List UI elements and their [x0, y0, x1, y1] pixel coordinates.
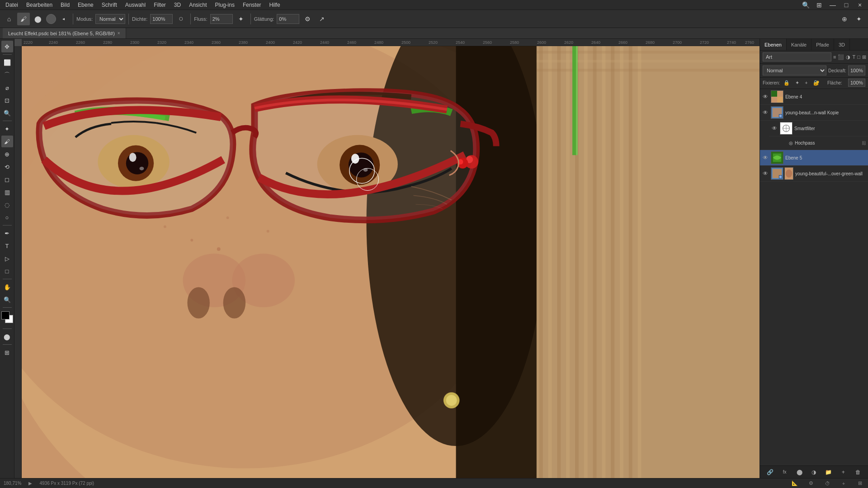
- lock-all-btn[interactable]: 🔐: [811, 79, 821, 87]
- brush-option1[interactable]: ⬤: [32, 13, 44, 25]
- menu-hilfe[interactable]: Hilfe: [266, 1, 284, 9]
- layer-young-beaut-kopie[interactable]: 👁 young-beaut...n-wall Kopie: [760, 105, 868, 121]
- path-select-tool[interactable]: ▷: [1, 253, 13, 264]
- canvas-area[interactable]: /* inline ruler ticks generated below vi…: [14, 39, 760, 478]
- move-tool[interactable]: ✥: [1, 41, 13, 52]
- menu-auswahl[interactable]: Auswahl: [122, 1, 149, 9]
- lock-pos-btn[interactable]: ✦: [793, 79, 801, 87]
- brush-tool-left[interactable]: 🖌: [1, 136, 13, 147]
- quick-mask-tool[interactable]: ⬤: [1, 331, 13, 343]
- menu-bild[interactable]: Bild: [57, 1, 73, 9]
- angle-btn[interactable]: ↗: [316, 13, 328, 25]
- lock-art-btn[interactable]: +: [803, 79, 809, 86]
- blend-mode-select[interactable]: Normal: [763, 66, 826, 75]
- tab-ebenen[interactable]: Ebenen: [760, 39, 787, 50]
- menu-datei[interactable]: Datei: [2, 1, 22, 9]
- marquee-tool[interactable]: ⬜: [1, 56, 13, 68]
- fx-btn[interactable]: fx: [780, 468, 789, 477]
- layer-ebene4-visibility[interactable]: 👁: [762, 93, 769, 100]
- layer-pixel-filter[interactable]: ⬛: [838, 52, 844, 61]
- tab-close-btn[interactable]: ×: [118, 31, 120, 36]
- search-button[interactable]: 🔍: [799, 0, 812, 11]
- delete-layer-btn[interactable]: 🗑: [854, 468, 863, 477]
- status-new-layer2[interactable]: +: [839, 479, 848, 488]
- dodge-tool[interactable]: ○: [1, 211, 13, 223]
- layer-ebene5-visibility[interactable]: 👁: [762, 154, 769, 161]
- tab-kanaele[interactable]: Kanäle: [787, 39, 811, 50]
- add-mask-btn[interactable]: ⬤: [795, 468, 804, 477]
- link-layers-btn[interactable]: 🔗: [765, 468, 774, 477]
- group-btn[interactable]: 📁: [824, 468, 833, 477]
- gradient-tool[interactable]: ▥: [1, 186, 13, 198]
- layers-search-input[interactable]: [763, 52, 831, 61]
- layer-shape-filter[interactable]: □: [857, 52, 860, 61]
- quickselect-tool[interactable]: ⌀: [1, 82, 13, 94]
- clone-tool[interactable]: ⊕: [1, 148, 13, 160]
- layer-young-beaut-visibility[interactable]: 👁: [762, 109, 769, 116]
- blur-tool[interactable]: ◌: [1, 199, 13, 211]
- minimize-button[interactable]: —: [826, 0, 839, 11]
- menu-plugins[interactable]: Plug-ins: [212, 1, 238, 9]
- smooth-settings[interactable]: ⚙: [301, 13, 314, 25]
- layer-smartobj-filter[interactable]: ⊞: [862, 52, 866, 61]
- density-input[interactable]: [150, 14, 173, 24]
- layer-young-beautiful[interactable]: 👁: [760, 166, 868, 182]
- menu-ebene[interactable]: Ebene: [74, 1, 97, 9]
- pressure-btn[interactable]: ✦: [853, 13, 865, 25]
- status-timeline[interactable]: ⏱: [823, 479, 832, 488]
- layer-ebene5[interactable]: 👁 Ebene 5: [760, 150, 868, 166]
- status-preferences[interactable]: ⚙: [807, 479, 816, 488]
- opacity-input[interactable]: [848, 66, 865, 75]
- airbrush-btn[interactable]: ✦: [235, 13, 247, 25]
- canvas-content[interactable]: [22, 46, 760, 478]
- menu-bearbeiten[interactable]: Bearbeiten: [23, 1, 56, 9]
- smooth-input[interactable]: [277, 14, 299, 24]
- layer-smartfilter-visibility[interactable]: 👁: [771, 125, 778, 132]
- workspace-button[interactable]: ⊞: [813, 0, 826, 11]
- history-tool[interactable]: ⟲: [1, 161, 13, 173]
- hochpass-chain[interactable]: ⛓: [862, 141, 866, 145]
- eyedropper-tool[interactable]: 🔍: [1, 107, 13, 119]
- lock-pixel-btn[interactable]: 🔒: [782, 79, 792, 87]
- flow-input[interactable]: [210, 14, 233, 24]
- crop-tool[interactable]: ⊡: [1, 94, 13, 106]
- menu-fenster[interactable]: Fenster: [239, 1, 265, 9]
- layer-adjust-filter[interactable]: ◑: [846, 52, 850, 61]
- layer-type-filter[interactable]: ≡: [833, 52, 836, 61]
- menu-ansicht[interactable]: Ansicht: [185, 1, 210, 9]
- tab-3d[interactable]: 3D: [834, 39, 850, 50]
- status-media-query[interactable]: 📐: [790, 479, 799, 488]
- home-tool[interactable]: ⌂: [3, 13, 15, 25]
- mode-select[interactable]: Normal: [95, 14, 125, 24]
- hand-tool[interactable]: ✋: [1, 281, 13, 293]
- layer-text-filter[interactable]: T: [852, 52, 855, 61]
- close-button[interactable]: ×: [854, 0, 866, 11]
- foreground-color[interactable]: [1, 311, 9, 319]
- type-tool[interactable]: T: [1, 240, 13, 252]
- spot-heal-tool[interactable]: ✦: [1, 123, 13, 135]
- layer-smartfilter[interactable]: 👁 Smartfilter: [769, 121, 868, 136]
- brush-preset[interactable]: [46, 14, 56, 24]
- lasso-tool[interactable]: ⌒: [1, 69, 13, 81]
- adjustment-btn[interactable]: ◑: [809, 468, 818, 477]
- layer-hochpass[interactable]: 👁 ◎ Hochpass ⛓: [760, 136, 868, 150]
- fill-input[interactable]: [848, 79, 865, 87]
- eraser-tool[interactable]: ◻: [1, 174, 13, 185]
- tab-pfade[interactable]: Pfade: [811, 39, 834, 50]
- brush-size-down[interactable]: ◂: [57, 13, 70, 25]
- menu-filter[interactable]: Filter: [150, 1, 170, 9]
- brush-tool[interactable]: 🖌: [17, 13, 30, 25]
- layer-young-beautiful-visibility[interactable]: 👁: [762, 170, 769, 177]
- new-layer-btn[interactable]: +: [839, 468, 848, 477]
- shape-tool[interactable]: □: [1, 265, 13, 277]
- layer-ebene4[interactable]: 👁 Ebene 4: [760, 89, 868, 105]
- symmetry-btn[interactable]: ⊕: [838, 13, 851, 25]
- screen-mode-tool[interactable]: ⊞: [1, 347, 13, 358]
- menu-3d[interactable]: 3D: [170, 1, 184, 9]
- maximize-button[interactable]: □: [840, 0, 853, 11]
- pen-tool[interactable]: ✒: [1, 227, 13, 239]
- menu-schrift[interactable]: Schrift: [98, 1, 121, 9]
- document-tab[interactable]: Leucht Effekt.psdc bei 181% (Ebene 5, RG…: [3, 28, 126, 38]
- zoom-tool[interactable]: 🔍: [1, 294, 13, 305]
- density-icon[interactable]: ⬡: [175, 13, 187, 25]
